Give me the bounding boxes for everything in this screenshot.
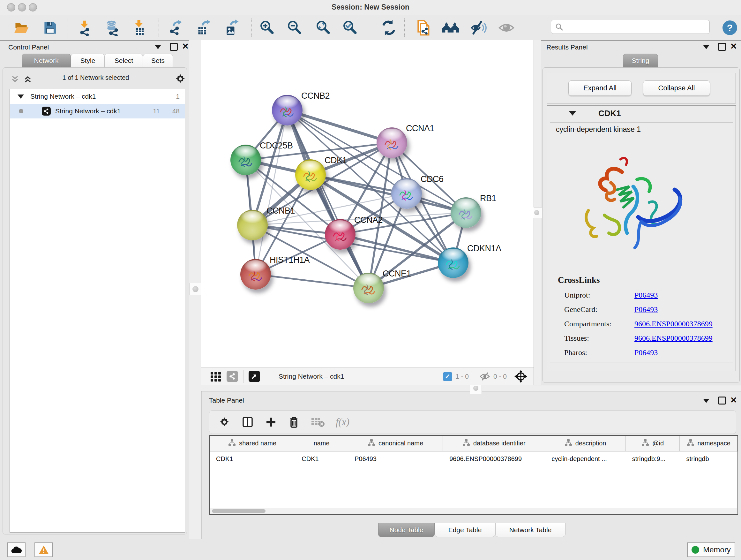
collection-expand-icon[interactable] (17, 95, 24, 99)
zoom-selected-icon[interactable] (341, 18, 359, 37)
table-panel-close-icon[interactable]: ✕ (730, 396, 737, 404)
warnings-button[interactable] (35, 543, 53, 557)
expand-all-networks-icon[interactable] (23, 74, 32, 84)
column-header-namespace[interactable]: namespace (680, 436, 738, 451)
network-node-cdc25b[interactable] (230, 145, 261, 175)
network-collection-row[interactable]: String Network – cdk1 1 (10, 89, 185, 104)
table-horizontal-scrollbar[interactable] (210, 508, 737, 514)
results-panel-close-icon[interactable]: ✕ (730, 42, 737, 51)
column-header-description[interactable]: description (545, 436, 625, 451)
table-cell[interactable]: P06493 (348, 451, 443, 466)
export-table-icon[interactable] (195, 18, 213, 37)
tab-string[interactable]: String (623, 54, 658, 68)
network-row[interactable]: String Network – cdk1 11 48 (10, 104, 185, 118)
tab-node-table[interactable]: Node Table (378, 523, 434, 537)
tab-select[interactable]: Select (105, 54, 143, 68)
column-header--id[interactable]: @id (626, 436, 680, 451)
tab-network-table[interactable]: Network Table (495, 523, 565, 537)
table-cell[interactable]: stringdb (680, 451, 738, 466)
network-canvas[interactable]: CCNB2CCNA1CDC25BCDK1CDC6RB1CCNB1CCNA2CDK… (201, 40, 534, 367)
table-cell[interactable]: stringdb:9... (626, 451, 680, 466)
network-edge[interactable] (256, 274, 368, 288)
collapse-all-networks-icon[interactable] (10, 74, 20, 84)
show-hide-graphics-icon[interactable] (469, 18, 488, 37)
control-panel-menu-icon[interactable] (155, 45, 161, 49)
import-table-icon[interactable] (131, 18, 149, 37)
export-network-icon[interactable] (167, 18, 186, 37)
right-splitter[interactable] (534, 40, 541, 385)
tab-sets[interactable]: Sets (143, 54, 173, 68)
birds-eye-navigator-icon[interactable] (514, 369, 528, 383)
collapse-all-button[interactable]: Collapse All (643, 80, 710, 96)
network-node-cdk1[interactable] (295, 159, 326, 190)
control-panel-float-icon[interactable] (170, 43, 178, 51)
apply-layout-icon[interactable] (380, 18, 398, 37)
crosslink-link[interactable]: 9606.ENSP00000378699 (634, 320, 713, 328)
import-network-database-icon[interactable] (104, 18, 122, 37)
select-columns-icon[interactable] (241, 416, 254, 428)
tab-edge-table[interactable]: Edge Table (434, 523, 495, 537)
entry-collapse-icon[interactable] (569, 111, 576, 116)
table-cell[interactable]: CDK1 (210, 451, 295, 466)
node-table[interactable]: shared namenamecanonical namedatabase id… (209, 435, 738, 515)
scrollbar-thumb[interactable] (212, 509, 266, 513)
network-edge[interactable] (256, 110, 287, 274)
table-row[interactable]: CDK1CDK1P064939606.ENSP00000378699cyclin… (210, 451, 738, 466)
crosslink-link[interactable]: 9606.ENSP00000378699 (634, 334, 713, 343)
table-cell[interactable]: 9606.ENSP00000378699 (443, 451, 545, 466)
network-edge[interactable] (287, 110, 392, 143)
table-panel-float-icon[interactable] (718, 396, 726, 405)
crosslink-link[interactable]: P06493 (634, 305, 658, 314)
network-node-ccnb2[interactable] (272, 95, 302, 125)
network-node-cdc6[interactable] (391, 178, 422, 209)
column-header-canonical-name[interactable]: canonical name (348, 436, 443, 451)
results-panel-float-icon[interactable] (718, 43, 726, 51)
clone-network-icon[interactable] (414, 18, 432, 37)
memory-button[interactable]: Memory (687, 543, 735, 557)
open-session-icon[interactable] (12, 18, 30, 37)
network-node-ccne1[interactable] (353, 273, 384, 303)
zoom-fit-icon[interactable] (314, 18, 333, 37)
crosslink-link[interactable]: P06493 (634, 291, 658, 300)
column-header-database-identifier[interactable]: database identifier (443, 436, 545, 451)
table-cell[interactable]: cyclin-dependent ... (545, 451, 625, 466)
save-session-icon[interactable] (41, 18, 59, 37)
network-node-rb1[interactable] (451, 197, 481, 228)
table-cell[interactable]: CDK1 (295, 451, 348, 466)
tab-network[interactable]: Network (22, 54, 71, 68)
selected-checkbox-icon[interactable]: ✓ (443, 372, 452, 381)
grid-view-icon[interactable] (209, 370, 222, 383)
entry-header[interactable]: CDK1 (547, 106, 736, 121)
help-icon[interactable]: ? (721, 18, 739, 37)
left-splitter[interactable] (189, 40, 202, 539)
add-column-icon[interactable] (265, 416, 277, 428)
search-input[interactable] (551, 20, 710, 34)
network-share-icon[interactable] (226, 371, 238, 382)
expand-all-button[interactable]: Expand All (568, 80, 631, 96)
column-header-name[interactable]: name (295, 436, 348, 451)
level-of-detail-icon[interactable] (497, 18, 516, 37)
delete-column-icon[interactable] (288, 416, 300, 428)
network-node-ccna2[interactable] (325, 219, 355, 250)
left-splitter-handle[interactable] (189, 283, 201, 295)
horizontal-splitter[interactable] (201, 385, 741, 391)
zoom-in-icon[interactable] (258, 18, 276, 37)
table-options-gear-icon[interactable] (218, 416, 230, 428)
crosslink-link[interactable]: P06493 (634, 348, 658, 357)
export-image-icon[interactable] (223, 18, 241, 37)
network-node-ccnb1[interactable] (237, 210, 268, 240)
column-header-shared-name[interactable]: shared name (210, 436, 295, 451)
network-node-cdkn1a[interactable] (438, 247, 468, 278)
network-node-hist1h1a[interactable] (240, 259, 271, 290)
zoom-out-icon[interactable] (285, 18, 304, 37)
detach-view-icon[interactable] (249, 371, 260, 382)
first-neighbors-icon[interactable] (441, 18, 460, 37)
cloud-button[interactable] (7, 543, 25, 557)
network-options-gear-icon[interactable] (174, 73, 186, 85)
import-network-file-icon[interactable] (76, 18, 95, 37)
control-panel-close-icon[interactable]: ✕ (182, 42, 189, 51)
results-panel-menu-icon[interactable] (703, 45, 709, 49)
tab-style[interactable]: Style (71, 54, 105, 68)
network-node-ccna1[interactable] (377, 127, 407, 158)
table-panel-menu-icon[interactable] (703, 399, 709, 403)
